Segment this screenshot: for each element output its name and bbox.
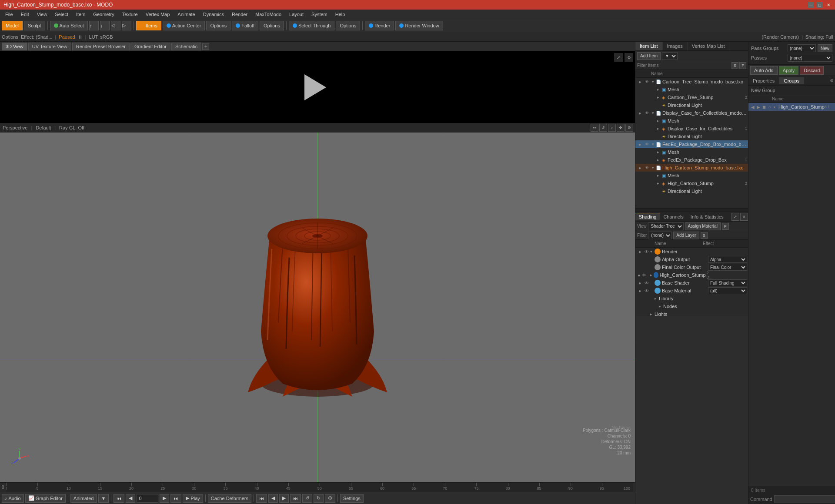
passes-select[interactable]: (none) — [788, 54, 832, 62]
vis-btn[interactable] — [636, 117, 643, 124]
item-row[interactable]: ▸ ▣ Mesh — [635, 172, 748, 179]
item-row[interactable]: ▸ ◈ Display_Case_for_Collectibles 1 — [635, 125, 748, 133]
shading-row[interactable]: Final Color Output Final Color — [635, 263, 748, 271]
expand-btn[interactable]: ▸ — [655, 126, 661, 131]
shader-eye-btn[interactable] — [643, 311, 650, 316]
vp-orbit-btn[interactable]: ↺ — [599, 124, 607, 132]
tb-icon-1[interactable]: ↑ — [89, 21, 99, 30]
base-shader-select[interactable]: Full Shading — [708, 279, 747, 286]
pass-groups-new-btn[interactable]: New — [818, 44, 832, 52]
tb-icon-3[interactable]: ◁ — [111, 21, 120, 30]
timeline-ruler[interactable]: 0 5 10 15 20 25 30 35 40 45 50 — [6, 483, 633, 492]
item-row[interactable]: ▸ ▣ Mesh — [635, 86, 748, 93]
expand-btn[interactable] — [655, 103, 661, 108]
shader-vis-btn[interactable]: ● — [636, 287, 643, 294]
shader-vis-btn[interactable] — [636, 264, 643, 271]
menu-item[interactable]: Item — [73, 11, 89, 18]
f-btn[interactable]: F — [722, 223, 729, 230]
add-item-dropdown[interactable]: ▼ — [662, 52, 678, 60]
shading-row[interactable]: ● 👁 Base Material (all) — [635, 287, 748, 295]
item-row[interactable]: ● 👁 ▾ 📄 Display_Case_for_Collectibles_mo… — [635, 109, 748, 117]
apply-btn[interactable]: Apply — [779, 66, 799, 75]
vis-btn[interactable] — [636, 156, 643, 163]
filter-s-btn[interactable]: S — [731, 62, 738, 69]
shading-row[interactable]: Alpha Output Alpha — [635, 255, 748, 263]
animated-btn[interactable]: Animated — [70, 494, 97, 503]
shader-eye-btn[interactable] — [643, 256, 650, 263]
options-btn-2[interactable]: Options — [260, 21, 284, 30]
tab-item-list[interactable]: Item List — [635, 42, 663, 50]
shading-tab-shading[interactable]: Shading — [635, 213, 660, 220]
sculpt-btn[interactable]: Sculpt — [24, 21, 45, 30]
menu-dynamics[interactable]: Dynamics — [200, 11, 227, 18]
alpha-effect-select[interactable]: Alpha — [708, 256, 747, 263]
menu-animate[interactable]: Animate — [174, 11, 198, 18]
vp-settings-btn[interactable]: ⚙ — [625, 124, 633, 132]
viewport-3d[interactable]: Perspective | Default | Ray GL: Off ⚏ ↺ … — [0, 123, 635, 482]
filter-select[interactable]: (none) — [648, 232, 672, 239]
tab-gradient-editor[interactable]: Gradient Editor — [130, 43, 170, 50]
menu-vertex-map[interactable]: Vertex Map — [142, 11, 174, 18]
eye-btn[interactable]: 👁 — [643, 141, 650, 148]
options-btn-3[interactable]: Options — [336, 21, 360, 30]
tab-uv-texture[interactable]: UV Texture View — [28, 43, 71, 50]
shading-row[interactable]: ● 👁 Base Shader Full Shading — [635, 279, 748, 287]
vis-btn[interactable] — [636, 102, 643, 109]
tb-icon-4[interactable]: ▷ — [122, 21, 131, 30]
expand-btn[interactable]: ▾ — [650, 142, 655, 147]
auto-add-btn[interactable]: Auto Add — [750, 66, 778, 75]
item-row[interactable]: ☀ Directional Light — [635, 101, 748, 109]
shading-tab-info[interactable]: Info & Statistics — [687, 213, 727, 220]
eye-btn[interactable]: 👁 — [643, 109, 650, 116]
shading-row[interactable]: ● 👁 ▸ High_Cartoon_Stump 2 D... — [635, 271, 748, 279]
shading-expand-btn[interactable]: ⤢ — [731, 213, 739, 221]
eye-btn[interactable]: 👁 — [643, 164, 650, 171]
menu-help[interactable]: Help — [332, 11, 349, 18]
shading-tab-channels[interactable]: Channels — [660, 213, 687, 220]
shading-row[interactable]: ▸ Library — [635, 295, 748, 302]
gr-expand-arrow[interactable]: ▸ — [772, 104, 777, 109]
add-item-btn[interactable]: Add Item — [637, 52, 661, 60]
menu-view[interactable]: View — [33, 11, 51, 18]
gr-lock-btn[interactable]: ○ — [767, 103, 772, 110]
expand-btn[interactable] — [655, 189, 661, 194]
menu-texture[interactable]: Texture — [119, 11, 141, 18]
settings-btn[interactable]: Settings — [340, 494, 364, 503]
model-btn[interactable]: Model — [2, 21, 23, 30]
bt-ctrl-5[interactable]: ↺ — [302, 494, 312, 503]
vp-snap-btn[interactable]: ⚏ — [591, 124, 598, 132]
shader-eye-btn[interactable] — [643, 295, 650, 302]
eye-btn[interactable] — [643, 180, 650, 187]
shader-vis-btn[interactable] — [636, 295, 643, 302]
falloff-btn[interactable]: Falloff — [232, 21, 258, 30]
vis-btn[interactable] — [636, 172, 643, 179]
item-row[interactable]: ● 👁 ▾ 📄 High_Cartoon_Stump_modo_base.lxo — [635, 164, 748, 172]
menu-layout[interactable]: Layout — [286, 11, 307, 18]
vis-btn[interactable]: ● — [636, 109, 643, 116]
next-end-btn[interactable]: ⏭ — [170, 494, 181, 503]
prev-start-btn[interactable]: ⏮ — [114, 494, 124, 503]
shading-row[interactable]: ● 👁 ▾ Render — [635, 248, 748, 255]
items-btn[interactable]: Items — [136, 21, 161, 30]
shader-expand-btn[interactable]: ▾ — [650, 249, 655, 254]
s-btn[interactable]: S — [701, 232, 708, 239]
expand-btn[interactable]: ▸ — [655, 118, 661, 123]
shading-list[interactable]: ● 👁 ▾ Render Alpha Output Alpha — [635, 248, 748, 316]
shader-expand-btn[interactable]: ▸ — [650, 273, 654, 277]
item-row[interactable]: ▸ ◈ FedEx_Package_Drop_Box 1 — [635, 156, 748, 164]
vis-btn[interactable] — [636, 133, 643, 140]
item-row[interactable]: ☀ Directional Light — [635, 187, 748, 195]
tb-icon-2[interactable]: ↓ — [100, 21, 110, 30]
shader-vis-btn[interactable]: ● — [636, 279, 643, 286]
play-btn[interactable]: ▶ Play — [183, 494, 203, 503]
tab-schematic[interactable]: Schematic — [171, 43, 201, 50]
expand-btn[interactable]: ▸ — [655, 157, 661, 162]
vp-zoom-btn[interactable]: ⌕ — [608, 124, 616, 132]
tab-groups[interactable]: Groups — [779, 77, 804, 84]
vis-btn[interactable]: ● — [636, 141, 643, 148]
shader-vis-btn[interactable] — [636, 311, 643, 316]
expand-btn[interactable]: ▸ — [655, 181, 661, 186]
graph-editor-btn[interactable]: 📈 Graph Editor — [25, 494, 66, 503]
expand-btn[interactable]: ▸ — [655, 87, 661, 92]
pass-groups-select[interactable]: (none) — [788, 44, 816, 52]
